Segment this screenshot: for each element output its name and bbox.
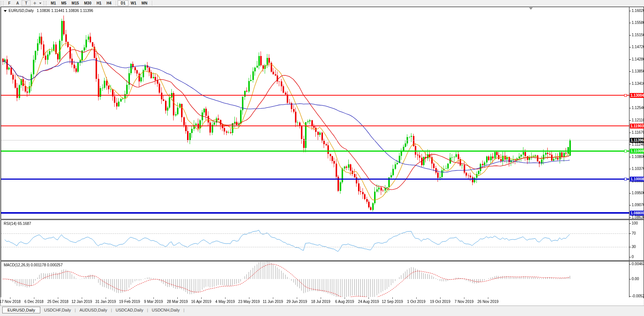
time-tick-label: 26 Nov 2019 bbox=[477, 300, 499, 304]
timeframe-d1[interactable]: D1 bbox=[118, 1, 128, 6]
time-tick bbox=[225, 297, 225, 299]
time-tick-label: 18 Jul 2019 bbox=[311, 300, 330, 304]
price-tick bbox=[629, 47, 631, 47]
timeframe-m1[interactable]: M1 bbox=[48, 1, 59, 6]
rsi-tick-label: 0 bbox=[632, 255, 634, 259]
rsi-level-line bbox=[1, 233, 629, 234]
tab-audusd[interactable]: AUDUSD,Daily bbox=[76, 307, 111, 313]
timeframe-h1[interactable]: H1 bbox=[94, 1, 104, 6]
price-chart-canvas[interactable] bbox=[1, 7, 629, 218]
rsi-axis-line bbox=[629, 220, 629, 260]
macd-values: 0.001178 0.000257 bbox=[31, 263, 62, 267]
price-tick bbox=[629, 120, 631, 121]
timeframe-mn[interactable]: MN bbox=[139, 1, 150, 6]
tab-separator: | bbox=[183, 307, 184, 312]
tab-usdcad[interactable]: USDCAD,Daily bbox=[112, 307, 147, 313]
tab-usdchf[interactable]: USDCHF,Daily bbox=[40, 307, 75, 313]
price-tick bbox=[629, 59, 631, 60]
time-tick bbox=[440, 297, 441, 299]
timeframe-h4[interactable]: H4 bbox=[104, 1, 114, 6]
time-tick-label: 29 Jun 2019 bbox=[286, 300, 307, 304]
time-tick bbox=[464, 297, 464, 299]
time-tick-label: 24 Aug 2019 bbox=[358, 300, 379, 304]
line-handle[interactable] bbox=[624, 94, 627, 97]
rsi-indicator-window[interactable]: RSI(14) 65.1687 10070300 bbox=[1, 220, 644, 261]
chart-shift-marker-icon[interactable] bbox=[529, 7, 533, 10]
text-tool-icon[interactable]: A bbox=[13, 1, 22, 6]
price-tick-label: 1.08630 bbox=[632, 216, 644, 219]
price-level-tag: 1.13004 bbox=[630, 93, 644, 98]
line-handle[interactable] bbox=[624, 150, 627, 152]
time-tick bbox=[249, 297, 249, 299]
timeframe-m5[interactable]: M5 bbox=[59, 1, 69, 6]
time-tick-label: 25 Dec 2018 bbox=[47, 300, 69, 304]
main-chart-window[interactable]: EURUSD,Daily1.10836 1.11441 1.10836 1.11… bbox=[1, 7, 644, 219]
rsi-tick-label: 100 bbox=[632, 221, 638, 225]
arrows-tool-icon[interactable]: ✛ bbox=[31, 1, 39, 6]
tab-eurusd[interactable]: EURUSD,Daily bbox=[2, 307, 40, 313]
horizontal-line[interactable] bbox=[1, 126, 629, 126]
time-tick-label: 28 Mar 2019 bbox=[167, 300, 188, 304]
price-tick-label: 1.10370 bbox=[632, 167, 644, 171]
macd-indicator-window[interactable]: MACD(12,26,9) 0.001178 0.000257 0.004630… bbox=[1, 261, 644, 298]
rsi-tick bbox=[629, 247, 631, 247]
chevron-down-icon[interactable] bbox=[39, 3, 41, 4]
horizontal-line[interactable] bbox=[1, 151, 629, 152]
macd-name: MACD(12,26,9) bbox=[4, 263, 29, 267]
price-tick-label: 1.15150 bbox=[632, 33, 644, 37]
price-tick bbox=[629, 23, 631, 23]
time-tick-label: 9 Mar 2019 bbox=[144, 300, 163, 304]
line-handle[interactable] bbox=[624, 178, 627, 180]
toolbar-separator bbox=[116, 1, 116, 6]
price-tick-label: 1.14720 bbox=[632, 45, 644, 49]
price-tick bbox=[629, 133, 631, 133]
price-tick-label: 1.13410 bbox=[632, 82, 644, 86]
price-tick bbox=[629, 84, 631, 84]
time-tick bbox=[345, 297, 345, 299]
horizontal-line[interactable] bbox=[1, 179, 629, 180]
price-tick bbox=[629, 157, 631, 157]
time-tick-label: 6 Aug 2019 bbox=[335, 300, 354, 304]
timeframe-m15[interactable]: M15 bbox=[69, 1, 81, 6]
price-tick-label: 1.15580 bbox=[632, 21, 644, 25]
price-tick-label: 1.11240 bbox=[632, 143, 644, 146]
price-level-tag: 1.08800 bbox=[630, 211, 644, 216]
time-tick bbox=[177, 297, 178, 299]
macd-canvas[interactable] bbox=[1, 261, 629, 297]
price-tick bbox=[629, 205, 631, 205]
price-axis-line bbox=[629, 7, 629, 219]
macd-tick-label: 0.00463 bbox=[632, 262, 644, 266]
time-tick bbox=[130, 297, 130, 299]
time-tick bbox=[368, 297, 369, 299]
time-tick bbox=[34, 297, 34, 299]
time-tick-label: 7 Nov 2019 bbox=[454, 300, 473, 304]
chart-dropdown-icon[interactable] bbox=[4, 10, 7, 12]
rsi-tick bbox=[629, 257, 631, 257]
time-axis[interactable]: 17 Nov 20186 Dec 201825 Dec 201812 Jan 2… bbox=[1, 297, 643, 306]
price-level-tag: 1.10008 bbox=[630, 177, 644, 182]
tab-usdcnh[interactable]: USDCNH,Daily bbox=[148, 307, 184, 313]
current-price-line bbox=[1, 140, 629, 140]
time-tick-label: 31 Jan 2019 bbox=[95, 300, 116, 304]
horizontal-line[interactable] bbox=[1, 212, 629, 214]
rsi-level-line bbox=[1, 247, 629, 247]
time-tick bbox=[392, 297, 393, 299]
fibonacci-tool-icon[interactable]: F bbox=[5, 1, 13, 6]
timeframe-m30[interactable]: M30 bbox=[81, 1, 94, 6]
time-tick bbox=[106, 297, 106, 299]
rsi-label: RSI(14) 65.1687 bbox=[4, 221, 31, 226]
horizontal-line[interactable] bbox=[1, 95, 629, 96]
text-label-tool-icon[interactable]: T bbox=[22, 0, 31, 6]
price-tick-label: 1.10800 bbox=[632, 155, 644, 159]
toolbar-drag-handle[interactable] bbox=[1, 1, 3, 6]
price-tick bbox=[629, 169, 631, 169]
rsi-canvas[interactable] bbox=[1, 220, 629, 260]
price-tick bbox=[629, 217, 631, 218]
timeframe-w1[interactable]: W1 bbox=[128, 1, 139, 6]
price-tick bbox=[629, 108, 631, 108]
macd-tick bbox=[629, 296, 631, 297]
rsi-name: RSI(14) bbox=[4, 221, 16, 226]
time-tick-label: 11 Jun 2019 bbox=[263, 300, 283, 304]
timeframe-toolbar-drag-handle[interactable] bbox=[44, 1, 46, 6]
legend-ohlc: 1.10836 1.11441 1.10836 1.11396 bbox=[37, 9, 93, 13]
